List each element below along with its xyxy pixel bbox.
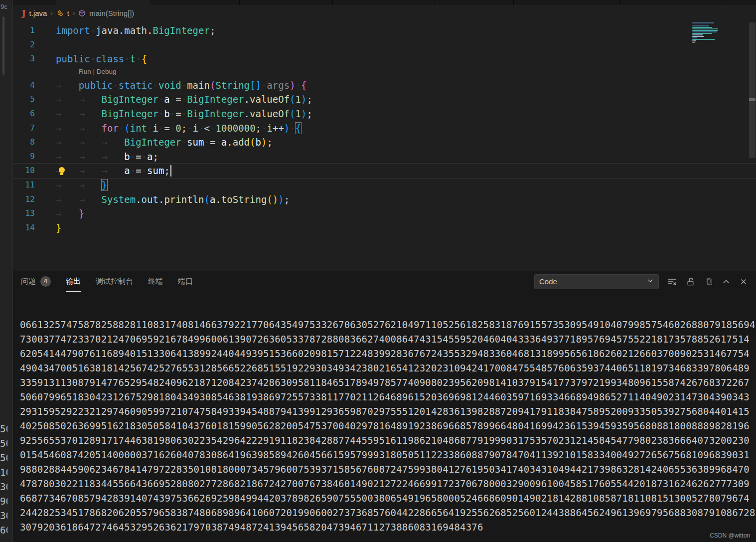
output-row: 2442825345178682062055796583874806898964… — [20, 506, 756, 520]
editor-tab-strip[interactable] — [13, 0, 756, 5]
panel-tab[interactable]: 问题4 — [21, 271, 51, 292]
line-number: 6 — [13, 107, 35, 121]
breadcrumb-method[interactable]: main(String[]) — [89, 9, 134, 17]
code-token: · — [130, 151, 136, 162]
code-token: 1 — [296, 94, 301, 105]
panel-tab-label: 端口 — [178, 277, 193, 286]
code-line-14[interactable]: 14} — [13, 221, 756, 235]
code-token: out — [142, 194, 158, 205]
output-row: 7300377472337021247069592167849960061390… — [20, 332, 756, 347]
line-number: 7 — [13, 121, 35, 136]
output-row: 6687734670857942839140743975366269259849… — [20, 491, 756, 506]
minimap-line — [692, 33, 712, 34]
code-token: → — [102, 135, 125, 150]
code-token: ( — [290, 108, 295, 119]
code-line-7[interactable]: 7→→for·(int·i·=·0;·i·<·1000000;·i++)·{ — [13, 121, 756, 136]
code-token: BigInteger — [152, 25, 209, 36]
breadcrumb: J t.java › t › main(String[]) — [13, 5, 756, 21]
maximize-panel-icon[interactable] — [722, 277, 731, 286]
panel-tab-bar: 问题4输出调试控制台终端端口 Code — [13, 271, 756, 292]
code-line-2[interactable]: 2 — [13, 38, 756, 52]
code-token: a — [124, 165, 130, 176]
panel-tab[interactable]: 调试控制台 — [96, 271, 133, 292]
code-token: → — [79, 164, 102, 178]
code-token: b — [124, 151, 130, 162]
code-token: → — [56, 135, 79, 150]
code-token: · — [158, 108, 164, 119]
code-line-3[interactable]: 3public·class·t·{ — [13, 52, 756, 66]
code-token: · — [142, 151, 147, 162]
code-line-11[interactable]: 11→→} — [13, 178, 756, 192]
code-token: ( — [210, 80, 215, 91]
code-token: . — [244, 94, 250, 105]
line-number: 2 — [13, 38, 35, 52]
code-token: ; — [210, 25, 215, 36]
panel-tab[interactable]: 输出 — [66, 271, 81, 292]
code-token: → — [79, 178, 102, 192]
code-token: ; — [256, 123, 261, 134]
code-token: → — [56, 178, 79, 192]
code-token: BigInteger — [102, 108, 158, 119]
output-console[interactable]: 0661325747587825882811083174081466379221… — [13, 271, 756, 542]
code-token: = — [164, 123, 169, 134]
background-window-sliver: 9c 5050501030903060 — [0, 0, 13, 542]
code-token: → — [56, 192, 79, 207]
text-cursor — [170, 165, 171, 177]
line-number: 1 — [13, 23, 35, 38]
code-token: ) — [261, 137, 267, 148]
code-line-8[interactable]: 8→→→BigInteger·sum·=·a.add(b); — [13, 135, 756, 150]
code-token: ; — [306, 108, 312, 119]
code-token: → — [56, 150, 79, 164]
breadcrumb-file[interactable]: t.java — [29, 9, 47, 17]
code-token: public — [56, 53, 90, 64]
minimap-line — [692, 31, 717, 32]
code-editor[interactable]: 1import·java.math.BigInteger;23public·cl… — [13, 21, 756, 271]
panel-tab[interactable]: 终端 — [148, 271, 163, 292]
output-channel-select[interactable]: Code — [534, 274, 659, 289]
code-line-13[interactable]: 13→} — [13, 206, 756, 221]
code-token: () — [267, 194, 278, 205]
code-token: · — [90, 53, 96, 64]
code-token: → — [56, 78, 79, 93]
minimap[interactable] — [692, 22, 720, 43]
code-token: → — [79, 192, 102, 207]
code-token: = — [136, 165, 141, 176]
minimap-line — [692, 36, 704, 37]
unlock-icon[interactable] — [686, 277, 695, 286]
close-panel-icon[interactable] — [739, 277, 748, 286]
code-token: · — [198, 123, 204, 134]
sliver-scrollbar[interactable] — [2, 16, 4, 75]
codelens-run-debug[interactable]: Run | Debug — [13, 66, 756, 78]
output-row: 2931595292232129746090599721074758493394… — [20, 404, 756, 419]
code-line-5[interactable]: 5→→BigInteger·a·=·BigInteger.valueOf(1); — [13, 92, 756, 107]
code-token: sum — [187, 137, 204, 148]
active-editor-tab[interactable] — [56, 0, 150, 5]
panel-tab-label: 终端 — [148, 277, 163, 286]
line-number: 9 — [13, 150, 35, 164]
clear-output-icon[interactable] — [667, 277, 677, 287]
sliver-digit: 30 — [0, 480, 7, 494]
code-line-6[interactable]: 6→→BigInteger·b·=·BigInteger.valueOf(1); — [13, 107, 756, 121]
code-line-4[interactable]: 4→public·static·void·main(String[]·args)… — [13, 78, 756, 93]
open-output-in-editor-icon[interactable] — [704, 277, 713, 286]
code-token: a — [147, 151, 152, 162]
code-token: · — [215, 137, 221, 148]
output-row: 9880288445906234678414797228350108180007… — [20, 462, 756, 477]
code-token: } — [56, 222, 61, 233]
code-token: valueOf — [250, 94, 290, 105]
symbol-method-icon — [78, 9, 86, 17]
editor-scrollbar[interactable] — [749, 22, 756, 158]
code-token: 0 — [175, 123, 181, 134]
code-line-12[interactable]: 12→→System.out.println(a.toString()); — [13, 192, 756, 207]
code-line-10[interactable]: 10→→→a·=·sum; — [13, 164, 756, 178]
minimap-line — [692, 39, 715, 40]
minimap-line — [692, 25, 709, 26]
breadcrumb-class[interactable]: t — [67, 9, 69, 17]
panel-controls: Code — [534, 274, 748, 289]
panel-tab[interactable]: 端口 — [178, 271, 193, 292]
code-line-9[interactable]: 9→→→b·=·a; — [13, 150, 756, 164]
output-channel-value: Code — [539, 277, 557, 286]
code-line-1[interactable]: 1import·java.math.BigInteger; — [13, 23, 756, 38]
csdn-watermark: CSDN @witton — [710, 532, 750, 539]
code-token: = — [136, 151, 141, 162]
